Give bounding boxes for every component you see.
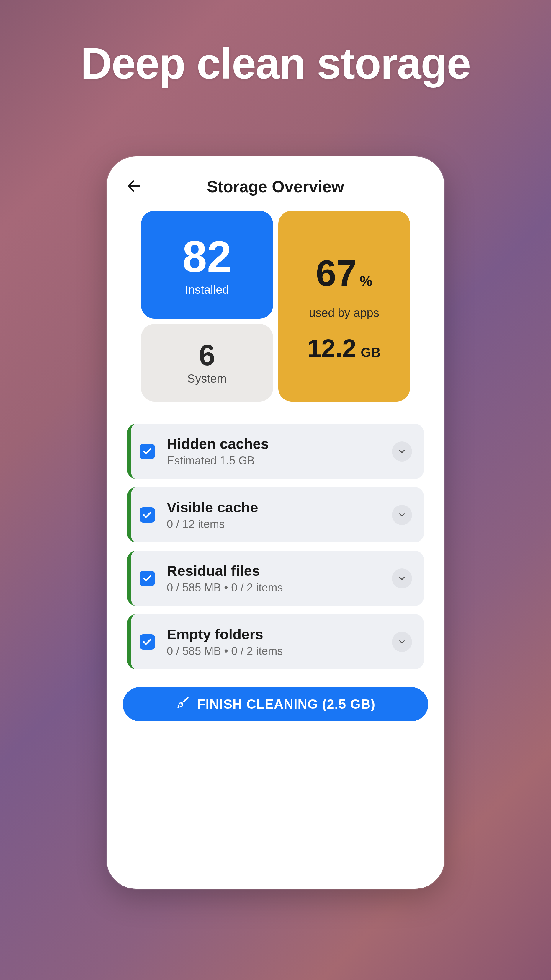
item-subtitle: 0 / 12 items xyxy=(167,518,380,531)
system-label: System xyxy=(187,372,227,385)
chevron-down-icon[interactable] xyxy=(392,441,412,461)
installed-count: 82 xyxy=(183,234,232,279)
chevron-down-icon[interactable] xyxy=(392,505,412,525)
clean-items-list: Hidden caches Estimated 1.5 GB Visible c… xyxy=(123,424,428,670)
item-subtitle: 0 / 585 MB • 0 / 2 items xyxy=(167,581,380,594)
phone-frame: Storage Overview 82 Installed 6 System 6… xyxy=(106,156,445,889)
percent-symbol: % xyxy=(360,273,372,289)
checkbox[interactable] xyxy=(140,571,155,586)
checkbox[interactable] xyxy=(140,634,155,650)
stat-card-usage[interactable]: 67 % used by apps 12.2 GB xyxy=(278,211,410,402)
stat-card-installed[interactable]: 82 Installed xyxy=(141,211,273,318)
checkbox[interactable] xyxy=(140,507,155,523)
clean-item-hidden-caches[interactable]: Hidden caches Estimated 1.5 GB xyxy=(127,424,424,479)
stats-grid: 82 Installed 6 System 67 % used by apps … xyxy=(123,211,428,402)
clean-item-empty-folders[interactable]: Empty folders 0 / 585 MB • 0 / 2 items xyxy=(127,614,424,670)
item-subtitle: Estimated 1.5 GB xyxy=(167,454,380,467)
app-header: Storage Overview xyxy=(123,177,428,211)
chevron-down-icon[interactable] xyxy=(392,632,412,652)
system-count: 6 xyxy=(198,340,215,370)
usage-label: used by apps xyxy=(309,306,379,320)
item-title: Hidden caches xyxy=(167,436,380,452)
usage-size-unit: GB xyxy=(360,345,381,360)
broom-icon xyxy=(176,696,190,713)
chevron-down-icon[interactable] xyxy=(392,568,412,589)
screen-title: Storage Overview xyxy=(126,177,425,196)
finish-button-label: FINISH CLEANING (2.5 GB) xyxy=(197,697,375,712)
stat-card-system[interactable]: 6 System xyxy=(141,324,273,402)
clean-item-residual-files[interactable]: Residual files 0 / 585 MB • 0 / 2 items xyxy=(127,550,424,606)
usage-size: 12.2 xyxy=(308,336,356,361)
finish-cleaning-button[interactable]: FINISH CLEANING (2.5 GB) xyxy=(123,687,428,721)
clean-item-visible-cache[interactable]: Visible cache 0 / 12 items xyxy=(127,487,424,542)
checkbox[interactable] xyxy=(140,444,155,459)
usage-percent: 67 xyxy=(316,255,357,291)
installed-label: Installed xyxy=(185,283,229,296)
item-title: Empty folders xyxy=(167,626,380,643)
hero-title: Deep clean storage xyxy=(81,38,470,89)
item-subtitle: 0 / 585 MB • 0 / 2 items xyxy=(167,645,380,657)
item-title: Residual files xyxy=(167,563,380,579)
back-icon[interactable] xyxy=(126,178,142,196)
item-title: Visible cache xyxy=(167,499,380,515)
